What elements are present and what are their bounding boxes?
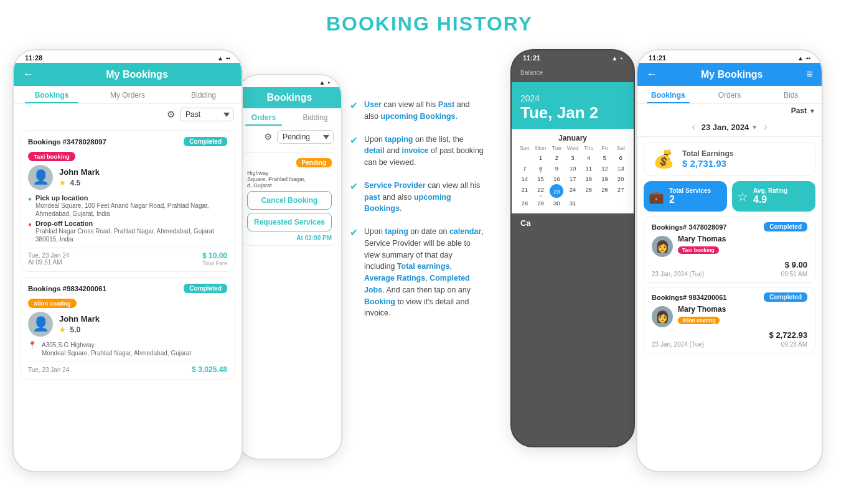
prov-status-badge-1: Completed: [764, 222, 807, 231]
tabs-bar-2: Orders Bidding: [238, 108, 341, 126]
prov-time-2: 09:28 AM: [781, 341, 807, 348]
check-icon-3: ✔: [350, 180, 358, 192]
exp-text-3: Service Provider can view all his past a…: [364, 180, 484, 215]
status-badge-1: Completed: [184, 137, 227, 146]
prov-name-2: Mary Thomas: [678, 305, 726, 314]
battery-icon-4: ▪▪: [806, 55, 810, 62]
prov-booking-card-2: Bookings# 9834200061 Completed 👩 Mary Th…: [644, 287, 815, 353]
booking-date-1: Tue, 23 Jan 24: [28, 252, 69, 259]
cal-date-3: Tue, Jan 2: [520, 103, 625, 123]
header-bar-1: ← My Bookings: [14, 63, 242, 86]
cal-month-3: January: [517, 134, 629, 142]
tab-myorders-1[interactable]: My Orders: [90, 86, 166, 103]
prov-date-row-2: 23 Jan, 2024 (Tue) 09:28 AM: [652, 341, 807, 348]
back-button-1[interactable]: ←: [22, 68, 34, 81]
prov-date-2: 23 Jan, 2024 (Tue): [652, 341, 704, 348]
exp-text-2: Upon tapping on the list, the detail and…: [364, 134, 484, 169]
service-tag-2: Xilon coating: [28, 299, 77, 308]
prov-tag-1: Taxi booking: [678, 246, 719, 254]
avatar-2: 👤: [28, 312, 53, 337]
earnings-label-4: Total Earnings: [682, 149, 733, 158]
status-time-4: 11:21: [649, 54, 666, 62]
exp-item-2: ✔ Upon tapping on the list, the detail a…: [350, 134, 484, 169]
green-dot-1: ●: [28, 195, 32, 202]
tab-bidding-2[interactable]: Bidding: [289, 108, 341, 126]
date-dropdown-icon-4: ▼: [751, 124, 758, 131]
pickup-label-1: Pick up location: [35, 194, 227, 202]
filter-bar-2: ⚙ Pending Completed: [238, 126, 341, 147]
prev-date-btn-4[interactable]: ‹: [692, 121, 695, 133]
page-title: BOOKING HISTORY: [326, 12, 533, 35]
booking-price-2: $ 3,025.48: [192, 365, 227, 374]
cancel-booking-btn[interactable]: Cancel Booking: [247, 191, 332, 210]
header-title-1: My Bookings: [41, 69, 233, 80]
booking-card-1-header: Bookings #3478028097 Completed: [28, 137, 227, 146]
filter-past-4[interactable]: Past: [791, 106, 807, 115]
prov-user-row-1: 👩 Mary Thomas Taxi booking: [652, 235, 807, 258]
cal-days-3: 1 2 3 4 5 6 7 8 9 10 11 12 13 14 15 16 1: [517, 152, 629, 208]
date-nav-4: ‹ 23 Jan, 2024 ▼ ›: [637, 118, 822, 137]
prov-avatar-2: 👩: [652, 306, 673, 327]
cal-bottom-3: Ca: [512, 213, 634, 233]
status-time-3: 11:21: [523, 54, 540, 62]
header-title-2: Bookings: [246, 92, 332, 103]
status-icons-2: ▲ ▪: [319, 79, 330, 86]
stat-box-services-4: 💼 Total Services 2: [644, 181, 727, 212]
header-bar-4: ← My Bookings ≡: [637, 63, 822, 86]
battery-icon-3: ▪: [620, 55, 622, 62]
requested-services-btn[interactable]: Requested Services: [247, 213, 332, 231]
booking-card-1: Bookings #3478028097 Completed Taxi book…: [20, 130, 235, 272]
prov-status-badge-2: Completed: [764, 292, 807, 302]
dropdown-caret-4: ▼: [809, 108, 815, 114]
status-time-1: 11:28: [25, 54, 42, 62]
earnings-icon-4: 💰: [653, 149, 675, 169]
prov-card-1-header: Bookings# 3478028097 Completed: [652, 222, 807, 231]
briefcase-icon-4: 💼: [649, 189, 664, 204]
tab-bookings-4[interactable]: Bookings: [637, 86, 699, 103]
booking-id-2: Bookings #9834200061: [28, 285, 106, 292]
dark-label-3: Balance: [520, 69, 625, 76]
tab-bidding-1[interactable]: Bidding: [166, 86, 242, 103]
tab-bids-4[interactable]: Bids: [760, 86, 822, 103]
earnings-box-4: 💰 Total Earnings $ 2,731.93: [644, 142, 815, 176]
star-icon-rating-4: ☆: [737, 189, 748, 204]
filter-icon-2: ⚙: [264, 131, 272, 142]
status-bar-4: 11:21 ▲ ▪▪: [637, 50, 822, 63]
phone-pending-bookings: ▲ ▪ Bookings Orders Bidding ⚙ Pending Co…: [237, 74, 342, 460]
exp-item-1: ✔ User can view all his Past and also up…: [350, 99, 484, 123]
exp-item-3: ✔ Service Provider can view all his past…: [350, 180, 484, 215]
exp-text-4: Upon taping on date on calendar, Service…: [364, 226, 484, 319]
prov-tag-2: Xilon coating: [678, 317, 720, 324]
next-date-btn-4[interactable]: ›: [764, 121, 767, 133]
prov-price-1: $ 9.00: [652, 260, 807, 269]
settings-icon-4[interactable]: ≡: [806, 68, 813, 81]
status-bar-1: 11:28 ▲ ▪▪: [14, 50, 242, 63]
check-icon-2: ✔: [350, 134, 358, 146]
status-bar-3: 11:21 ▲ ▪: [512, 50, 634, 63]
dropoff-label-1: Drop-off Location: [35, 220, 227, 227]
prov-date-1: 23 Jan, 2024 (Tue): [652, 271, 704, 278]
tab-orders-4[interactable]: Orders: [699, 86, 761, 103]
stat-val-rating-4: 4.9: [753, 194, 787, 205]
wifi-icon-4: ▲: [797, 55, 804, 62]
check-icon-1: ✔: [350, 100, 358, 111]
rating-1: 4.5: [70, 179, 80, 187]
exp-item-4: ✔ Upon taping on date on calendar, Servi…: [350, 226, 484, 319]
tab-bookings-1[interactable]: Bookings: [14, 86, 90, 103]
wifi-icon-3: ▲: [612, 55, 618, 62]
filter-select-1[interactable]: Past Upcoming: [180, 108, 234, 121]
filter-select-2[interactable]: Pending Completed: [277, 130, 334, 144]
cal-grid-3: January Sun Mon Tue Wed Thu Fri Sat 1 2 …: [512, 129, 634, 213]
pickup-row-1: ● Pick up location Mondeal Square, 100 F…: [28, 194, 227, 218]
partial-addr-2: HighwaySquare, Prahlad Nagar,d, Gujarat: [247, 170, 332, 189]
prov-time-1: 09:51 AM: [781, 271, 807, 278]
tabs-bar-1: Bookings My Orders Bidding: [14, 86, 242, 104]
back-button-4[interactable]: ←: [646, 68, 657, 81]
phone-calendar: 11:21 ▲ ▪ Balance 2024 Tue, Jan 2 Januar…: [510, 49, 635, 447]
filter-bar-1: ⚙ Past Upcoming: [14, 104, 242, 125]
filter-icon-1: ⚙: [167, 109, 175, 120]
status-icons-3: ▲ ▪: [612, 55, 622, 62]
check-icon-4: ✔: [350, 226, 358, 238]
tab-orders-2[interactable]: Orders: [238, 108, 289, 126]
exp-text-1: User can view all his Past and also upco…: [364, 99, 484, 123]
